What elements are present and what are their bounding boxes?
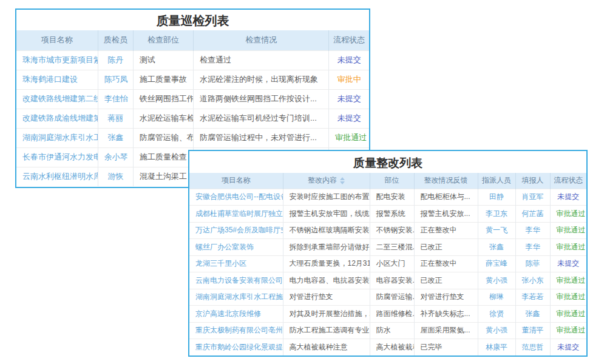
person-link[interactable]: 陈巧凤 [98, 70, 133, 89]
person-link[interactable]: 游恢 [98, 167, 133, 186]
table-cell: 施工质量事故 [133, 70, 193, 89]
table-cell: 防腐管运输、布管 [133, 128, 193, 147]
table-row[interactable]: 改建铁路线增建第二线...李佳怡铁丝网围挡工作检查道路两侧铁丝网围挡工作按设计.… [16, 89, 369, 109]
column-header-label: 整改情况反馈 [424, 176, 468, 184]
column-header-6: 填报人 [515, 173, 550, 189]
sort-icon[interactable] [340, 177, 345, 184]
table-cell: 拆除到承重墙部分请做好加固... [283, 239, 370, 256]
person-link[interactable]: 何芷菡 [515, 206, 550, 223]
person-link[interactable]: 徐贤 [478, 306, 515, 323]
project-name-link[interactable]: 龙湖三千里小区 [189, 255, 283, 272]
person-link[interactable]: 余小琴 [98, 147, 133, 167]
person-link[interactable]: 薛宝峰 [478, 255, 515, 272]
table-row[interactable]: 湖南洞庭湖水库引水工...张鑫防腐管运输、布管防腐管运输过程中，未对管进行...… [16, 128, 369, 147]
person-link[interactable]: 黄小强 [478, 272, 515, 289]
table-cell: 测试 [133, 50, 193, 70]
table-cell: 正在整改中 [414, 222, 478, 239]
table-row[interactable]: 龙湖三千里小区大理石质量更换，12月31日之...小区大门正在整改中薛宝峰陈菲未… [189, 255, 586, 272]
project-name-link[interactable]: 湖南洞庭湖水库引水工程施工标 [189, 289, 283, 306]
person-link[interactable]: 柳琳 [478, 289, 515, 306]
status-text: 审批通过 [550, 222, 586, 239]
person-link[interactable]: 李卫东 [478, 206, 515, 223]
table-cell: 不锈钢安装... [370, 222, 414, 239]
project-name-link[interactable]: 云南电力设备安装有限公司20... [189, 272, 283, 289]
table-cell: 已改正 [414, 239, 478, 256]
person-link[interactable]: 黄一飞 [478, 222, 515, 239]
project-name-link[interactable]: 京沪高速北京段维修 [189, 306, 283, 323]
table-cell: 检查通过 [193, 50, 328, 70]
inspection-list-title: 质量巡检列表 [16, 10, 369, 30]
status-text: 审批通过 [329, 128, 369, 147]
person-link[interactable]: 林康平 [478, 339, 515, 356]
table-row[interactable]: 安徽合肥供电公司--配电设备...安装时应按施工图的布置，将...配电安装配电柜… [189, 189, 586, 206]
person-link[interactable]: 张鑫 [98, 128, 133, 147]
column-header-1: 项目名称 [189, 173, 283, 189]
table-cell: 道路两侧铁丝网围挡工作按设计... [193, 89, 328, 109]
project-name-link[interactable]: 湖南洞庭湖水库引水工... [16, 128, 98, 147]
person-link[interactable]: 蒋丽 [98, 109, 133, 128]
table-cell: 对管进行垫支 [283, 289, 370, 306]
status-text: 未提交 [550, 255, 586, 272]
column-header-2[interactable]: 整改内容 [283, 173, 370, 189]
project-name-link[interactable]: 云南水利枢纽潜明水库... [16, 167, 98, 186]
person-link[interactable]: 李佳怡 [98, 89, 133, 109]
project-name-link[interactable]: 长春市伊通河水力发电... [16, 147, 98, 167]
table-row[interactable]: 螺丝厂办公室装饰拆除到承重墙部分请做好加固...二至三楼混...已改正张鑫李华审… [189, 239, 586, 256]
table-cell: 水泥砼灌注的时候，出现离析现象 [193, 70, 328, 89]
table-cell: 安装时应按施工图的布置，将... [283, 189, 370, 206]
table-row[interactable]: 珠海鹤港口建设陈巧凤施工质量事故水泥砼灌注的时候，出现离析现象审批中 [16, 70, 369, 89]
person-link[interactable]: 李华 [515, 239, 550, 256]
project-name-link[interactable]: 重庆太极制药有限公司亳州中... [189, 322, 283, 339]
project-name-link[interactable]: 重庆市鹅岭公园绿化景观提升... [189, 339, 283, 356]
column-header-4: 整改情况反馈 [414, 173, 478, 189]
table-row[interactable]: 重庆太极制药有限公司亳州中...防水工程施工选调有专业资质...防水屋面采用聚氨… [189, 322, 586, 339]
person-link[interactable]: 陈菲 [515, 255, 550, 272]
project-name-link[interactable]: 珠海鹤港口建设 [16, 70, 98, 89]
table-cell: 铁丝网围挡工作检查 [133, 89, 193, 109]
table-cell: 报警主机安放... [414, 206, 478, 223]
rectification-list-title: 质量整改列表 [189, 151, 586, 173]
status-text: 未提交 [329, 50, 369, 70]
person-link[interactable]: 陈丹 [98, 50, 133, 70]
person-link[interactable]: 张小东 [515, 272, 550, 289]
project-name-link[interactable]: 螺丝厂办公室装饰 [189, 239, 283, 256]
status-text: 审批通过 [550, 322, 586, 339]
project-name-link[interactable]: 成都杜甫草堂临时展厅独立展... [189, 206, 283, 223]
table-row[interactable]: 重庆市鹅岭公园绿化景观提升...高大植被栽种注意高大植被栽种已完毕林康平范思哲未… [189, 339, 586, 356]
table-row[interactable]: 成都杜甫草堂临时展厅独立展...报警主机安放牢固，线缆连接...报警系统报警主机… [189, 206, 586, 223]
table-row[interactable]: 湖南洞庭湖水库引水工程施工标对管进行垫支防腐管运输...对管进行垫支柳琳李若若审… [189, 289, 586, 306]
column-header-3: 检查部位 [133, 30, 193, 50]
person-link[interactable]: 董清平 [515, 322, 550, 339]
project-name-link[interactable]: 珠海市城市更新项目紫... [16, 50, 98, 70]
status-text: 未提交 [550, 339, 586, 356]
person-link[interactable]: 黄小强 [478, 322, 515, 339]
project-name-link[interactable]: 改建铁路成渝线增建第... [16, 109, 98, 128]
person-link[interactable]: 张鑫 [478, 239, 515, 256]
person-link[interactable]: 张鑫 [515, 306, 550, 323]
column-header-label: 质检员 [104, 35, 127, 44]
table-cell: 电力电容器、电抗器安装方案... [283, 272, 370, 289]
table-row[interactable]: 万达广场35#会所及咖啡厅空...不锈钢边框玻璃隔断安装不牢...不锈钢安装..… [189, 222, 586, 239]
table-cell: 防腐管运输过程中，未对管进行... [193, 128, 328, 147]
project-name-link[interactable]: 安徽合肥供电公司--配电设备... [189, 189, 283, 206]
status-text: 未提交 [329, 109, 369, 128]
table-cell: 大理石质量更换，12月31日之... [283, 255, 370, 272]
table-row[interactable]: 京沪高速北京段维修对其及时开展整治措施，桥头...路面维修检...补齐缺失标志.… [189, 306, 586, 323]
column-header-5: 流程状态 [329, 30, 369, 50]
table-cell: 防水 [370, 322, 414, 339]
table-cell: 高大植被栽种 [370, 339, 414, 356]
table-row[interactable]: 云南电力设备安装有限公司20...电力电容器、电抗器安装方案...电容器安装..… [189, 272, 586, 289]
person-link[interactable]: 范思哲 [515, 339, 550, 356]
project-name-link[interactable]: 改建铁路线增建第二线... [16, 89, 98, 109]
person-link[interactable]: 肖亚军 [515, 189, 550, 206]
person-link[interactable]: 李华 [515, 222, 550, 239]
table-row[interactable]: 珠海市城市更新项目紫...陈丹测试检查通过未提交 [16, 50, 369, 70]
table-row[interactable]: 改建铁路成渝线增建第...蒋丽水泥砼运输车检查水泥砼运输车司机经过专门培训...… [16, 109, 369, 128]
person-link[interactable]: 李若若 [515, 289, 550, 306]
table-cell: 高大植被栽种注意 [283, 339, 370, 356]
person-link[interactable]: 田静 [478, 189, 515, 206]
project-name-link[interactable]: 万达广场35#会所及咖啡厅空... [189, 222, 283, 239]
column-header-label: 项目名称 [222, 176, 251, 184]
rectification-header-row: 项目名称整改内容部位整改情况反馈指派人员填报人流程状态 [189, 173, 586, 189]
column-header-2: 质检员 [98, 30, 133, 50]
